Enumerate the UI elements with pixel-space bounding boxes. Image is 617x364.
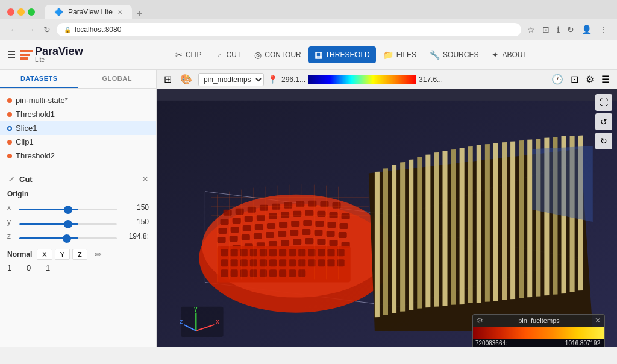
minimize-dot[interactable] — [17, 8, 25, 16]
svg-rect-72 — [279, 249, 286, 256]
origin-label: Origin — [7, 190, 149, 198]
info-button[interactable]: ℹ — [554, 24, 562, 36]
screenshot-button[interactable]: ⊡ — [568, 72, 581, 86]
svg-rect-12 — [236, 209, 244, 215]
dataset-dot — [7, 154, 12, 158]
svg-rect-14 — [260, 205, 268, 211]
dataset-item-clip1[interactable]: Clip1 — [0, 135, 156, 149]
grid-icon-button[interactable]: ⊞ — [161, 72, 174, 86]
dataset-label: Threshold2 — [16, 151, 55, 160]
contour-button[interactable]: ◎ CONTOUR — [248, 46, 307, 63]
svg-rect-32 — [219, 228, 227, 234]
dataset-item-pin-multi-state[interactable]: pin-multi-state* — [0, 93, 156, 107]
panel-close-button[interactable]: ✕ — [142, 174, 149, 184]
threshold-button[interactable]: ▦ THRESHOLD — [308, 46, 376, 63]
svg-rect-104 — [392, 165, 396, 313]
cut-button[interactable]: ⟋ CUT — [209, 46, 248, 63]
svg-rect-108 — [425, 155, 430, 308]
svg-rect-59 — [281, 240, 289, 246]
rotate-left-button[interactable]: ↺ — [595, 113, 612, 130]
svg-rect-29 — [317, 211, 325, 217]
viewport-settings-button[interactable]: ⚙ — [583, 72, 597, 86]
browser-addressbar: ← → ↻ 🔒 localhost:8080 ☆ ⊡ ℹ ↻ 👤 ⋮ — [0, 19, 617, 40]
viewport-menu-button[interactable]: ☰ — [599, 72, 612, 86]
browser-tabs: 🔷 ParaView Lite ✕ + — [45, 5, 147, 19]
about-button[interactable]: ✦ ABOUT — [486, 46, 533, 63]
svg-rect-71 — [269, 249, 277, 256]
normal-section: Normal X Y Z ✏ 1 0 1 — [7, 249, 149, 272]
forward-button[interactable]: → — [24, 24, 37, 36]
clip-label: CLIP — [186, 51, 202, 59]
tab-datasets[interactable]: DATASETS — [0, 70, 78, 88]
y-slider[interactable] — [19, 223, 117, 225]
normal-x-value: 1 — [7, 263, 19, 272]
normal-y-button[interactable]: Y — [55, 249, 70, 260]
svg-rect-23 — [245, 216, 253, 222]
svg-rect-111 — [451, 149, 456, 305]
rotate-right-button[interactable]: ↻ — [595, 133, 612, 149]
files-icon: 📁 — [383, 50, 393, 60]
tab-close-button[interactable]: ✕ — [117, 9, 122, 16]
normal-x-button[interactable]: X — [37, 249, 52, 260]
legend-close-button[interactable]: ✕ — [595, 316, 601, 325]
svg-rect-67 — [231, 249, 238, 256]
3d-view[interactable]: x y z ⛶ ↺ — [157, 89, 617, 347]
dataset-list: pin-multi-state* Threshold1 Slice1 Clip1 — [0, 89, 156, 168]
legend-gear-button[interactable]: ⚙ — [477, 316, 483, 325]
svg-rect-93 — [231, 269, 238, 277]
dataset-item-threshold1[interactable]: Threshold1 — [0, 107, 156, 121]
files-button[interactable]: 📁 FILES — [377, 46, 422, 63]
hamburger-button[interactable]: ☰ — [7, 49, 16, 60]
normal-z-button[interactable]: Z — [72, 249, 87, 260]
bookmark-button[interactable]: ☆ — [525, 24, 537, 36]
svg-rect-20 — [333, 202, 341, 209]
cast-button[interactable]: ⊡ — [540, 24, 552, 36]
profile-button[interactable]: 👤 — [579, 24, 594, 36]
palette-button[interactable]: 🎨 — [178, 72, 195, 86]
active-tab[interactable]: 🔷 ParaView Lite ✕ — [45, 5, 132, 19]
contour-label: CONTOUR — [265, 51, 301, 59]
svg-rect-118 — [510, 142, 515, 300]
address-bar[interactable]: 🔒 localhost:8080 — [57, 23, 521, 36]
about-icon: ✦ — [492, 50, 499, 60]
maximize-dot[interactable] — [28, 8, 35, 16]
svg-rect-102 — [375, 172, 380, 318]
colorbar-min: 296.1... — [281, 75, 305, 84]
svg-rect-85 — [279, 259, 286, 266]
close-dot[interactable] — [7, 8, 14, 16]
svg-rect-39 — [303, 220, 312, 226]
address-text: localhost:8080 — [75, 25, 121, 34]
svg-rect-21 — [221, 219, 229, 225]
more-button[interactable]: ⋮ — [597, 24, 610, 36]
svg-rect-80 — [231, 259, 238, 266]
dataset-dot — [7, 112, 12, 117]
dataset-item-threshold2[interactable]: Threshold2 — [0, 149, 156, 163]
browser-titlebar: 🔷 ParaView Lite ✕ + — [0, 0, 617, 19]
x-slider[interactable] — [19, 209, 117, 210]
z-slider[interactable] — [19, 237, 117, 239]
dataset-item-slice1[interactable]: Slice1 — [0, 121, 156, 135]
svg-rect-112 — [460, 148, 465, 305]
back-button[interactable]: ← — [7, 24, 20, 36]
svg-rect-53 — [339, 232, 347, 238]
time-icon-button[interactable]: 🕐 — [549, 72, 566, 86]
svg-rect-103 — [383, 168, 388, 315]
clip-button[interactable]: ✂ CLIP — [169, 46, 208, 63]
panel-header: ⟋ Cut ✕ — [7, 174, 149, 184]
dataset-label: pin-multi-state* — [16, 96, 68, 105]
normal-header: Normal X Y Z ✏ — [7, 249, 149, 260]
sources-button[interactable]: 🔧 SOURCES — [424, 46, 484, 63]
dataset-select[interactable]: pin_modtemps — [198, 73, 264, 86]
sidebar-tabs: DATASETS GLOBAL — [0, 70, 156, 89]
refresh-button[interactable]: ↻ — [565, 24, 577, 36]
new-tab-button[interactable]: + — [132, 8, 147, 19]
tab-global[interactable]: GLOBAL — [78, 70, 157, 88]
threshold-icon: ▦ — [315, 50, 322, 60]
reload-button[interactable]: ↻ — [41, 24, 53, 36]
fit-view-button[interactable]: ⛶ — [595, 94, 612, 111]
normal-edit-button[interactable]: ✏ — [95, 249, 102, 259]
cut-label: CUT — [227, 51, 242, 59]
normal-axes-buttons: X Y Z — [37, 249, 87, 260]
svg-rect-84 — [269, 259, 277, 266]
panel-title: ⟋ Cut — [7, 174, 33, 184]
